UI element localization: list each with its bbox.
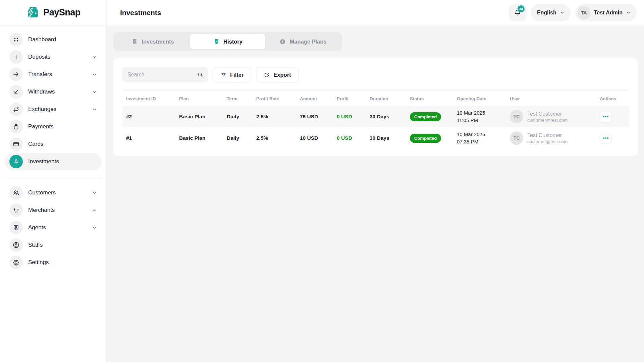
sidebar-item-label: Dashboard xyxy=(28,36,56,43)
cell-plan: Basic Plan xyxy=(175,106,223,127)
agent-badge-icon xyxy=(9,221,23,234)
topbar: Investments 34 English TA Test Admin xyxy=(107,0,644,25)
col-term: Term xyxy=(223,91,252,106)
tab-label: Manage Plans xyxy=(289,39,326,45)
cell-amount: 10 USD xyxy=(296,127,333,149)
sidebar-item-withdraws[interactable]: Withdraws xyxy=(5,83,102,101)
export-button[interactable]: Export xyxy=(256,67,299,82)
cell-opening-date: 10 Mar 2025 11:05 PM xyxy=(453,106,506,127)
search-input[interactable] xyxy=(127,72,197,78)
user-avatar: TC xyxy=(510,131,523,145)
arrow-right-icon xyxy=(9,68,23,81)
sidebar-item-transfers[interactable]: Transfers xyxy=(5,66,102,83)
chevron-down-icon xyxy=(92,225,97,230)
user-email: customer@test.com xyxy=(527,118,568,123)
cell-amount: 76 USD xyxy=(296,106,333,127)
sidebar-item-payments[interactable]: Payments xyxy=(5,118,102,135)
cell-plan: Basic Plan xyxy=(175,127,223,149)
cell-status: Completed xyxy=(406,127,453,149)
search-icon[interactable] xyxy=(197,71,204,78)
cell-actions xyxy=(596,127,629,149)
tab-investments[interactable]: Investments xyxy=(115,34,190,49)
sidebar-item-agents[interactable]: Agents xyxy=(5,219,102,236)
sidebar-item-cards[interactable]: Cards xyxy=(5,135,102,153)
table-toolbar: Filter Export xyxy=(122,67,629,82)
sidebar-item-merchants[interactable]: Merchants xyxy=(5,201,102,219)
card-icon xyxy=(9,137,23,151)
row-actions-button[interactable] xyxy=(600,133,612,144)
chevron-down-icon xyxy=(92,208,97,213)
export-icon xyxy=(264,72,270,78)
topbar-actions: 34 English TA Test Admin xyxy=(509,4,637,21)
search-field xyxy=(122,67,208,82)
gear-icon xyxy=(9,256,23,269)
paysnap-logo-icon xyxy=(26,6,40,19)
sidebar-item-investments[interactable]: Investments xyxy=(5,153,102,170)
chevron-down-icon xyxy=(92,72,97,77)
user-name: Test Customer xyxy=(527,132,568,139)
user-avatar: TC xyxy=(510,110,523,123)
opening-date: 10 Mar 2025 xyxy=(457,109,502,117)
cell-investment-id: #2 xyxy=(122,106,175,127)
sidebar-item-dashboard[interactable]: Dashboard xyxy=(5,31,102,48)
ribbon-percent-icon xyxy=(213,38,220,45)
cell-profit: 0 USD xyxy=(333,106,366,127)
notification-count-badge: 34 xyxy=(518,5,525,12)
chevron-down-icon xyxy=(92,107,97,112)
brand-logo[interactable]: PaySnap xyxy=(0,0,106,25)
cell-duration: 30 Days xyxy=(366,127,406,149)
cell-status: Completed xyxy=(406,106,453,127)
col-actions: Actions xyxy=(596,91,629,106)
table-row: #1 Basic Plan Daily 2.5% 10 USD 0 USD 30… xyxy=(122,127,629,149)
cell-profit-rate: 2.5% xyxy=(252,106,296,127)
cell-profit-rate: 2.5% xyxy=(252,127,296,149)
sidebar-item-label: Staffs xyxy=(28,242,43,248)
chevron-down-icon xyxy=(92,55,97,60)
cell-profit: 0 USD xyxy=(333,127,366,149)
cart-icon xyxy=(9,203,23,217)
sidebar-item-deposits[interactable]: Deposits xyxy=(5,48,102,66)
notifications-button[interactable]: 34 xyxy=(509,4,526,21)
plant-icon xyxy=(9,155,23,168)
language-select[interactable]: English xyxy=(531,4,571,21)
sidebar-item-exchanges[interactable]: Exchanges xyxy=(5,101,102,118)
col-profit: Profit xyxy=(333,91,366,106)
sidebar-item-customers[interactable]: Customers xyxy=(5,184,102,201)
sidebar-item-label: Investments xyxy=(28,158,59,165)
sidebar-item-settings[interactable]: Settings xyxy=(5,254,102,271)
col-investment-id: Investment ID xyxy=(122,91,175,106)
row-actions-button[interactable] xyxy=(600,111,612,122)
filter-label: Filter xyxy=(230,72,244,78)
cell-opening-date: 10 Mar 2025 07:35 PM xyxy=(453,127,506,149)
sidebar-nav: Dashboard Deposits Transfers Withd xyxy=(0,25,106,271)
col-user: User xyxy=(506,91,596,106)
user-menu[interactable]: TA Test Admin xyxy=(575,4,637,21)
filter-button[interactable]: Filter xyxy=(213,67,251,82)
history-card: Filter Export xyxy=(113,58,638,156)
page-content: Investments History xyxy=(107,25,644,362)
sidebar-item-label: Cards xyxy=(28,141,43,147)
swap-icon xyxy=(9,103,23,116)
sidebar-item-label: Settings xyxy=(28,259,49,266)
chevron-down-icon xyxy=(92,190,97,195)
col-profit-rate: Profit Rate xyxy=(252,91,296,106)
col-plan: Plan xyxy=(175,91,223,106)
sidebar: PaySnap Dashboard Deposits Transfer xyxy=(0,0,107,362)
export-label: Export xyxy=(273,72,291,78)
cell-user: TC Test Customer customer@test.com xyxy=(506,106,596,127)
plus-icon xyxy=(9,50,23,64)
tab-history[interactable]: History xyxy=(190,34,265,49)
tab-label: Investments xyxy=(142,39,174,45)
tab-manage-plans[interactable]: Manage Plans xyxy=(265,34,340,49)
tab-bar: Investments History xyxy=(113,32,342,51)
arrow-down-left-icon xyxy=(9,85,23,99)
bag-icon xyxy=(9,120,23,133)
sidebar-item-label: Deposits xyxy=(28,54,50,60)
grid-dots-icon xyxy=(9,33,23,46)
brand-name: PaySnap xyxy=(43,7,80,18)
cell-actions xyxy=(596,106,629,127)
sidebar-item-label: Payments xyxy=(28,123,54,130)
language-label: English xyxy=(537,10,556,16)
col-opening-date: Opening Date xyxy=(453,91,506,106)
sidebar-item-staffs[interactable]: Staffs xyxy=(5,236,102,254)
